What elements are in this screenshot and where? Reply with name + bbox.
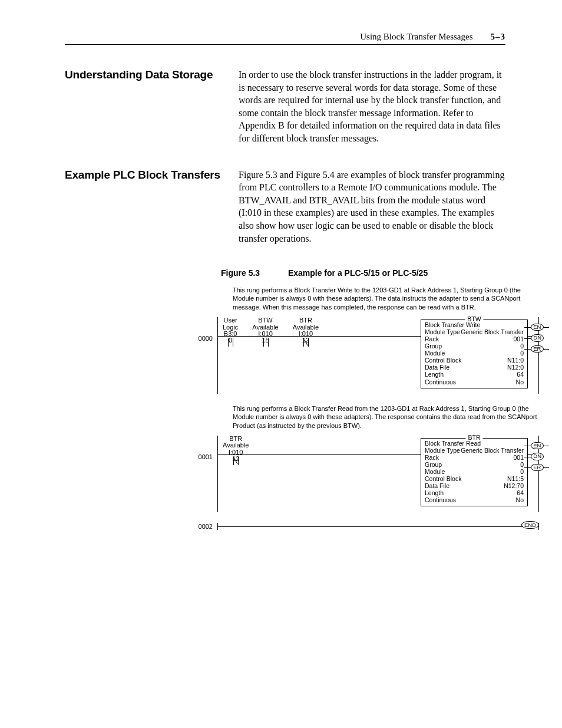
flag-en: EN xyxy=(531,324,544,331)
rung-number: 0001 xyxy=(191,436,217,460)
section-heading: Understanding Data Storage xyxy=(65,68,221,145)
block-tag: BTR xyxy=(466,434,483,441)
ladder-diagram: This rung performs a Block Transfer Writ… xyxy=(191,286,539,530)
figure-number: Figure 5.3 xyxy=(221,268,286,278)
flag-er: ER xyxy=(531,464,544,471)
flag-er: ER xyxy=(531,345,544,353)
rung-description: This rung performs a Block Transfer Read… xyxy=(233,404,539,430)
running-title: Using Block Transfer Messages xyxy=(360,32,472,42)
rung-number: 0002 xyxy=(191,523,217,530)
block-tag: BTW xyxy=(465,315,483,322)
ladder-rung-end: 0002 END xyxy=(191,523,539,530)
flag-dn: DN xyxy=(531,334,544,341)
page-header: Using Block Transfer Messages 5–3 xyxy=(65,32,505,45)
section-body: In order to use the block transfer instr… xyxy=(239,68,505,145)
flag-en: EN xyxy=(531,442,544,449)
section-body: Figure 5.3 and Figure 5.4 are examples o… xyxy=(239,169,505,245)
flag-dn: DN xyxy=(531,453,544,460)
section-example-plc-block-transfers: Example PLC Block Transfers Figure 5.3 a… xyxy=(65,169,505,245)
ladder-rung: 0001 BTR Available I:010 12 BTR xyxy=(191,436,539,512)
page-number: 5–3 xyxy=(491,32,506,42)
contact-xio: BTR Available I:010 12 xyxy=(293,317,319,347)
rung-number: 0000 xyxy=(191,317,217,342)
section-understanding-data-storage: Understanding Data Storage In order to u… xyxy=(65,68,505,145)
section-heading: Example PLC Block Transfers xyxy=(65,169,221,245)
figure-caption: Figure 5.3 Example for a PLC-5/15 or PLC… xyxy=(221,268,505,278)
figure-5-3: Figure 5.3 Example for a PLC-5/15 or PLC… xyxy=(221,268,505,530)
btr-block: BTR Block Transfer Read Module TypeGener… xyxy=(421,438,528,507)
ladder-rung: 0000 User Logic B3:0 0 BTW Avai xyxy=(191,317,539,394)
rung-description: This rung performs a Block Transfer Writ… xyxy=(233,286,539,311)
contact-xio: BTR Available I:010 12 xyxy=(223,436,249,465)
figure-title: Example for a PLC-5/15 or PLC-5/25 xyxy=(288,268,428,278)
contact-xic: BTW Available I:010 15 xyxy=(252,317,278,347)
contact-xic: User Logic B3:0 0 xyxy=(223,317,238,347)
end-flag: END xyxy=(521,521,539,529)
btw-block: BTW Block Transfer Write Module TypeGene… xyxy=(421,319,528,388)
